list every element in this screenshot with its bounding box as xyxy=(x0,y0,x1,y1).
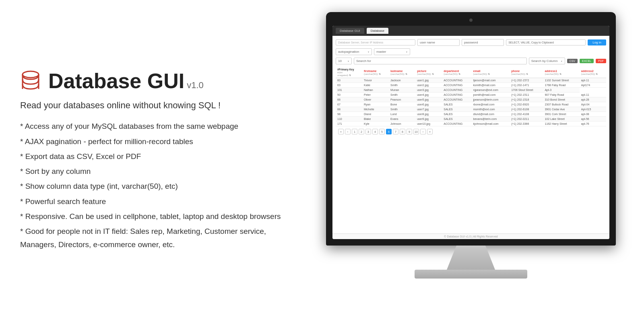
table-cell: (+1) 202-4108 xyxy=(510,112,543,117)
table-cell: 1768 Faby Road xyxy=(543,83,579,88)
table-cell: user7.jpg xyxy=(415,107,442,112)
table-cell: Diane xyxy=(362,112,389,117)
app-name: Database GUI xyxy=(48,69,184,93)
table-cell: Katie xyxy=(362,83,389,88)
table-cell: ACCOUNTING xyxy=(442,122,471,126)
table-cell: user5.jpg xyxy=(415,97,442,102)
table-cell: 110 xyxy=(336,117,362,122)
table-row[interactable]: 50PeterSmithuser4.jpgACCOUNTINGpsmith@ma… xyxy=(336,93,606,97)
table-cell: Smith xyxy=(389,93,415,97)
table-cell: Apt-3 xyxy=(543,88,579,93)
pagination-select[interactable]: autopagination xyxy=(336,48,372,55)
page-button[interactable]: ‹ xyxy=(345,129,351,134)
page-button[interactable]: 10 xyxy=(413,129,419,134)
table-cell: apt-11 xyxy=(580,93,606,97)
footer-bar: © Database GUI v1.0 | All Rights Reserve… xyxy=(332,233,609,239)
table-cell: user1.jpg xyxy=(415,78,442,83)
table-cell: Johnson xyxy=(389,122,415,126)
app-screen: Database GUI Database Database Server, S… xyxy=(332,26,609,239)
table-cell: Smith xyxy=(389,107,415,112)
th-lastname[interactable]: lastname(varchar(50)) ⇅ xyxy=(389,67,415,78)
table-cell: user3.jpg xyxy=(415,88,442,93)
th-pk[interactable]: #Primary Key id(intunegated) ⇅ xyxy=(336,67,362,78)
th-address2[interactable]: address2(varchar(50)) ⇅ xyxy=(580,67,606,78)
login-form-row: Database Server, Server IP Address user … xyxy=(336,39,606,46)
page-button[interactable]: » xyxy=(427,129,433,134)
tab-database-gui[interactable]: Database GUI xyxy=(336,28,364,34)
app-content: Database Server, Server IP Address user … xyxy=(332,36,609,233)
page-button[interactable]: 9 xyxy=(407,129,412,134)
username-input[interactable]: user name xyxy=(417,39,460,46)
monitor-base xyxy=(415,270,527,279)
table-cell: (+1) 202-1471 xyxy=(510,83,543,88)
table-cell: Oliver xyxy=(362,97,389,102)
table-row[interactable]: 63KatieSmithuser2.jpgACCOUNTINGksmith@ma… xyxy=(336,83,606,88)
page-button[interactable]: › xyxy=(420,129,426,134)
page-button[interactable]: 2 xyxy=(359,129,364,134)
table-row[interactable]: 66OliverPearsonuser5.jpgACCOUNTINGjpears… xyxy=(336,97,606,102)
table-row[interactable]: 171KyleJohnsonuser10.jpgACCOUNTINGkjohns… xyxy=(336,122,606,126)
database-icon xyxy=(20,70,41,91)
tab-database[interactable]: Database xyxy=(367,28,388,34)
table-cell: 88 xyxy=(336,107,362,112)
table-row[interactable]: 88MichelleSmithuser7.jpgSALESmsmith@ext.… xyxy=(336,107,606,112)
table-cell: apt-56 xyxy=(580,117,606,122)
page-button[interactable]: 3 xyxy=(365,129,371,134)
table-cell: Trevor xyxy=(362,78,389,83)
login-button[interactable]: Log in xyxy=(588,39,606,45)
pagination-bar: «‹12345678910›» xyxy=(336,126,606,137)
table-cell: user9.jpg xyxy=(415,117,442,122)
table-cell: 1162 Harry Street xyxy=(543,122,579,126)
page-button[interactable]: 5 xyxy=(379,129,385,134)
table-cell: 66 xyxy=(336,97,362,102)
th-department[interactable]: department(varchar(50)) ⇅ xyxy=(442,67,471,78)
query-input[interactable]: SELECT, VALUE, Copy to Clipboard xyxy=(506,39,586,45)
csv-button[interactable]: CSV xyxy=(567,59,578,63)
server-input[interactable]: Database Server, Server IP Address xyxy=(336,39,415,45)
search-input[interactable]: Search for xyxy=(354,58,527,64)
excel-button[interactable]: EXCEL xyxy=(580,59,594,63)
page-button[interactable]: 1 xyxy=(352,129,357,134)
th-firstname[interactable]: firstname(varchar(50)) ⇅ xyxy=(362,67,389,78)
table-cell: SALES xyxy=(442,102,471,107)
page-button[interactable]: 4 xyxy=(372,129,378,134)
feature-item: Sort by any column xyxy=(20,165,286,178)
feature-item: Responsive. Can be used in cellphone, ta… xyxy=(20,210,286,223)
password-input[interactable]: password xyxy=(462,39,504,46)
table-cell: kjohnson@mail.com xyxy=(472,122,510,126)
tagline: Read your databases online without knowi… xyxy=(20,100,286,111)
table-cell: 101 xyxy=(336,88,362,93)
table-cell: SALES xyxy=(442,117,471,122)
th-phone[interactable]: phone(varchar(50)) ⇅ xyxy=(510,67,543,78)
table-cell: (+1) 202-0211 xyxy=(510,117,543,122)
table-cell: ACCOUNTING xyxy=(442,97,471,102)
table-cell: Kyle xyxy=(362,122,389,126)
table-row[interactable]: 60TrevorJacksonuser1.jpgACCOUNTINGtjarso… xyxy=(336,78,606,83)
feature-item: Powerful search feature xyxy=(20,195,286,208)
pdf-button[interactable]: PDF xyxy=(596,59,606,63)
page-button[interactable]: 7 xyxy=(393,129,398,134)
table-cell: apt-08 xyxy=(580,112,606,117)
th-address1[interactable]: address1(varchar(50)) ⇅ xyxy=(543,67,579,78)
table-row[interactable]: 67RyanBoneuser6.jpgSALESrbone@mail.com(+… xyxy=(336,102,606,107)
table-body: 60TrevorJacksonuser1.jpgACCOUNTINGtjarso… xyxy=(336,78,606,126)
page-button[interactable]: « xyxy=(338,129,344,134)
page-button[interactable]: 6 xyxy=(386,129,392,134)
th-picture[interactable]: picture(varchar(50)) ⇅ xyxy=(415,67,442,78)
table-cell: psmith@mail.com xyxy=(472,93,510,97)
table-row[interactable]: 101NathanMunanuser3.jpgACCOUNTINGnjpears… xyxy=(336,88,606,93)
table-row[interactable]: 98DianeLunduser8.jpgSALESdlund@mail.com(… xyxy=(336,112,606,117)
rows-select[interactable]: 10 xyxy=(336,58,352,64)
table-cell: SALES xyxy=(442,107,471,112)
feature-item: Show column data type (int, varchar(50),… xyxy=(20,180,286,193)
table-cell: Munan xyxy=(389,88,415,93)
table-select[interactable]: master xyxy=(374,48,410,55)
table-row[interactable]: 110BlakeEvansuser9.jpgSALESbevans@terin.… xyxy=(336,117,606,122)
column-select[interactable]: Search by Column xyxy=(529,58,565,64)
th-email[interactable]: email(varchar(50)) ⇅ xyxy=(472,67,510,78)
page-button[interactable]: 8 xyxy=(400,129,405,134)
table-cell: (+1) 202-1518 xyxy=(510,97,543,102)
table-cell: user10.jpg xyxy=(415,122,442,126)
feature-item: AJAX pagination - perfect for million-re… xyxy=(20,135,286,148)
table-cell: 63 xyxy=(336,83,362,88)
